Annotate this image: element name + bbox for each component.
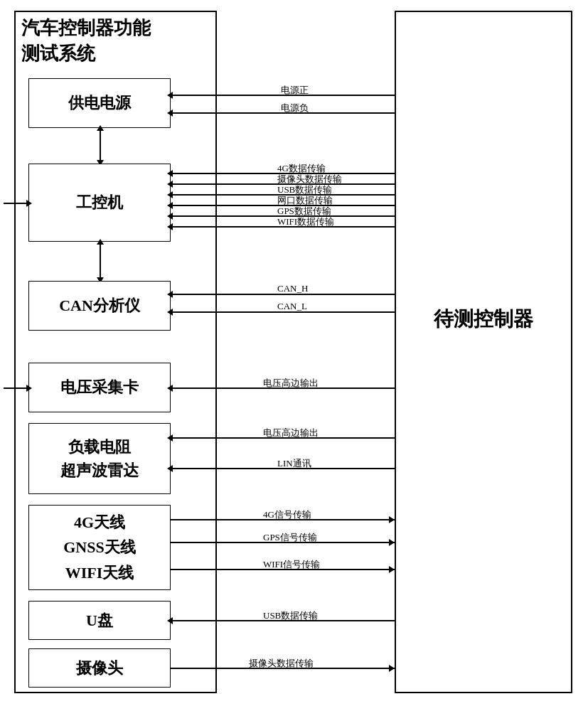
arrow-usb-data xyxy=(167,191,173,198)
label-wifi-data: WIFI数据传输 xyxy=(277,215,334,228)
component-power: 供电电源 xyxy=(28,78,171,128)
power-neg-label: 电源负 xyxy=(281,102,309,114)
arrow-gps-signal xyxy=(389,539,395,546)
arrow-can-h xyxy=(167,291,173,298)
ipc-left-line xyxy=(4,203,28,204)
label-wifi-signal: WIFI信号传输 xyxy=(263,558,320,571)
ipc-can-arrow-up xyxy=(97,239,104,245)
label-voltage-high2: 电压高边输出 xyxy=(263,427,319,439)
system-title: 汽车控制器功能测试系统 xyxy=(21,16,164,68)
power-pos-label: 电源正 xyxy=(281,84,309,97)
component-camera: 摄像头 xyxy=(28,648,171,688)
component-udisk: U盘 xyxy=(28,601,171,640)
arrow-voltage-high2 xyxy=(167,434,173,442)
arrow-wifi-data xyxy=(167,223,173,230)
label-can-l: CAN_L xyxy=(277,301,307,312)
label-usb-transfer: USB数据传输 xyxy=(263,609,318,622)
arrow-lan-data xyxy=(167,202,173,209)
power-ipc-arrow-up xyxy=(97,125,104,131)
arrow-4g-data xyxy=(167,170,173,177)
arrow-can-l xyxy=(167,309,173,316)
arrow-voltage-high1 xyxy=(167,385,173,392)
arrow-camera-transfer xyxy=(389,665,395,672)
component-ipc: 工控机 xyxy=(28,164,171,242)
arrow-lin xyxy=(167,465,173,472)
power-neg-arrow-left xyxy=(167,109,173,117)
diagram-container: 汽车控制器功能测试系统 待测控制器 供电电源 电源正 电源负 工控机 4G数据传… xyxy=(0,0,588,711)
component-load: 负载电阻 超声波雷达 xyxy=(28,423,171,494)
voltage-left-line xyxy=(4,387,28,389)
arrow-usb-transfer xyxy=(167,617,173,624)
arrow-camera-data xyxy=(167,181,173,188)
ipc-can-vline xyxy=(100,242,101,281)
arrow-wifi-signal xyxy=(389,566,395,573)
component-voltage: 电压采集卡 xyxy=(28,363,171,412)
controller-outer-box xyxy=(395,11,572,693)
controller-title: 待测控制器 xyxy=(412,306,555,333)
component-antenna: 4G天线 GNSS天线 WIFI天线 xyxy=(28,505,171,590)
power-pos-arrow-left xyxy=(167,92,173,99)
label-voltage-high1: 电压高边输出 xyxy=(263,377,319,390)
label-gps-signal: GPS信号传输 xyxy=(263,531,317,544)
label-lin: LIN通讯 xyxy=(277,457,311,470)
label-4g-signal: 4G信号传输 xyxy=(263,508,311,521)
arrow-4g-signal xyxy=(389,516,395,523)
ipc-left-arrow xyxy=(26,200,32,207)
label-can-h: CAN_H xyxy=(277,283,308,294)
label-camera-transfer: 摄像头数据传输 xyxy=(249,657,314,670)
component-can: CAN分析仪 xyxy=(28,281,171,331)
voltage-left-arrow xyxy=(26,385,32,392)
power-ipc-vline xyxy=(100,128,101,164)
arrow-gps-data xyxy=(167,213,173,220)
